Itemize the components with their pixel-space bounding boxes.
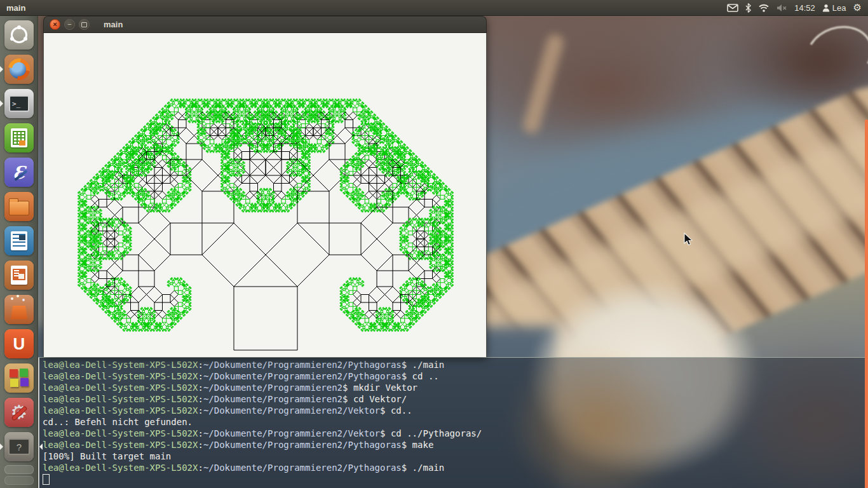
prompt-path: ~/Dokumente/Programmieren2/Pythagoras	[203, 463, 402, 473]
window-titlebar[interactable]: × − main	[43, 16, 487, 33]
mouse-cursor	[684, 233, 693, 247]
prompt-separator: :	[198, 360, 203, 370]
terminal-line: lea@lea-Dell-System-XPS-L502X:~/Dokument…	[43, 359, 868, 370]
launcher-item-firefox[interactable]	[4, 55, 34, 84]
prompt-user-host: lea@lea-Dell-System-XPS-L502X	[43, 405, 198, 416]
prompt-path: ~/Dokumente/Programmieren2/Pythagoras	[203, 440, 402, 450]
launcher-item-emacs[interactable]: Ɛ	[4, 158, 34, 187]
window-title: main	[104, 20, 123, 29]
white-thread-curl	[799, 18, 868, 91]
command-text: $ cd Vektor/	[342, 394, 407, 404]
launcher-item-software-center[interactable]	[4, 295, 34, 324]
unknown-app-icon: ?	[4, 432, 34, 461]
prompt-separator: :	[198, 371, 203, 381]
bluetooth-icon[interactable]	[745, 3, 751, 13]
mail-icon[interactable]	[727, 4, 738, 12]
sky-band	[437, 88, 868, 298]
running-indicator	[0, 100, 3, 107]
prompt-user-host: lea@lea-Dell-System-XPS-L502X	[43, 360, 198, 370]
prompt-separator: :	[198, 463, 203, 473]
launcher-item-main-app[interactable]: ?	[4, 432, 34, 461]
terminal-line: lea@lea-Dell-System-XPS-L502X:~/Dokument…	[43, 439, 868, 451]
prompt-path: ~/Dokumente/Programmieren2	[203, 394, 342, 404]
focused-indicator	[39, 444, 43, 450]
terminal-line: cd..: Befehl nicht gefunden.	[43, 416, 868, 428]
close-button[interactable]: ×	[50, 19, 60, 30]
rope-highlight	[463, 111, 868, 377]
output-text: [100%] Built target main	[43, 451, 171, 461]
fractal-canvas-area	[43, 33, 487, 357]
prompt-user-host: lea@lea-Dell-System-XPS-L502X	[43, 463, 198, 473]
launcher-item-libreoffice-impress[interactable]	[4, 261, 34, 290]
minimize-button[interactable]: −	[64, 19, 75, 30]
overlay-scrollbar[interactable]	[865, 119, 868, 488]
running-indicator	[0, 66, 3, 72]
command-text: $ ./main	[402, 463, 444, 473]
rope-thread	[521, 33, 565, 135]
user-menu[interactable]: Lea	[822, 3, 846, 13]
prompt-separator: :	[198, 394, 203, 404]
session-gear-icon[interactable]: ⚙	[853, 3, 862, 13]
launcher-item-colored-cubes[interactable]	[4, 363, 34, 393]
settings-wrench-icon: ⚙	[4, 398, 34, 427]
launcher-item-libreoffice-calc[interactable]	[4, 123, 34, 152]
terminal-line: lea@lea-Dell-System-XPS-L502X:~/Dokument…	[43, 405, 868, 416]
launcher-overflow[interactable]	[4, 465, 34, 485]
volume-muted-icon[interactable]	[776, 4, 787, 12]
launcher-item-system-settings[interactable]: ⚙	[4, 398, 34, 427]
command-text: $ cd..	[380, 405, 412, 416]
active-app-label: main	[0, 3, 25, 13]
user-icon	[822, 4, 830, 12]
clock[interactable]: 14:52	[794, 3, 815, 13]
libreoffice-calc-icon	[4, 123, 34, 152]
command-text: $ cd ../Pythagoras/	[380, 428, 482, 438]
wifi-icon[interactable]	[758, 4, 770, 12]
prompt-separator: :	[198, 428, 203, 438]
running-indicator	[0, 444, 3, 450]
prompt-user-host: lea@lea-Dell-System-XPS-L502X	[43, 440, 198, 450]
pythagoras-tree-canvas	[44, 33, 486, 357]
prompt-path: ~/Dokumente/Programmieren2	[203, 383, 342, 393]
fractal-window: × − main	[43, 16, 487, 357]
prompt-path: ~/Dokumente/Programmieren2/Vektor	[203, 428, 380, 438]
prompt-user-host: lea@lea-Dell-System-XPS-L502X	[43, 394, 198, 404]
terminal-line: lea@lea-Dell-System-XPS-L502X:~/Dokument…	[43, 382, 868, 393]
libreoffice-impress-icon	[4, 261, 34, 290]
rope-blur-top-left	[438, 15, 769, 174]
maximize-icon	[81, 22, 87, 27]
libreoffice-writer-icon	[4, 226, 34, 255]
prompt-path: ~/Dokumente/Programmieren2/Pythagoras	[203, 360, 402, 370]
command-text: $ mkdir Vektor	[342, 383, 417, 393]
terminal-window[interactable]: lea@lea-Dell-System-XPS-L502X:~/Dokument…	[38, 357, 868, 488]
prompt-path: ~/Dokumente/Programmieren2/Pythagoras	[203, 371, 402, 381]
terminal-line: lea@lea-Dell-System-XPS-L502X:~/Dokument…	[43, 462, 868, 473]
prompt-user-host: lea@lea-Dell-System-XPS-L502X	[43, 428, 198, 438]
launcher: >_ƐU⚙?	[0, 15, 38, 488]
ubuntu-dash-icon	[4, 20, 34, 50]
ubuntu-one-icon: U	[4, 329, 34, 358]
command-text: $ cd ..	[402, 371, 439, 381]
terminal-cursor	[43, 474, 50, 485]
launcher-item-ubuntu-one[interactable]: U	[4, 329, 34, 358]
top-panel: main 14:52	[0, 0, 868, 16]
terminal-line: lea@lea-Dell-System-XPS-L502X:~/Dokument…	[43, 393, 868, 405]
launcher-item-dash[interactable]	[4, 20, 34, 50]
software-center-icon	[4, 295, 34, 324]
launcher-item-libreoffice-writer[interactable]	[4, 226, 34, 255]
desktop: main 14:52	[0, 0, 868, 488]
maximize-button[interactable]	[79, 19, 90, 30]
firefox-icon	[4, 55, 34, 84]
launcher-item-files[interactable]	[4, 192, 34, 221]
overflow-tile	[4, 465, 34, 474]
prompt-user-host: lea@lea-Dell-System-XPS-L502X	[43, 383, 198, 393]
output-text: cd..: Befehl nicht gefunden.	[43, 417, 193, 427]
colored-cubes-icon	[4, 363, 34, 393]
emacs-icon: Ɛ	[4, 158, 34, 187]
launcher-item-terminal[interactable]: >_	[4, 89, 34, 118]
command-text: $ ./main	[402, 360, 444, 370]
terminal-output: lea@lea-Dell-System-XPS-L502X:~/Dokument…	[43, 359, 868, 487]
terminal-icon: >_	[4, 89, 34, 118]
indicator-area: 14:52 Lea ⚙	[727, 3, 868, 13]
prompt-path: ~/Dokumente/Programmieren2/Vektor	[203, 405, 380, 416]
command-text: $ make	[402, 440, 434, 450]
